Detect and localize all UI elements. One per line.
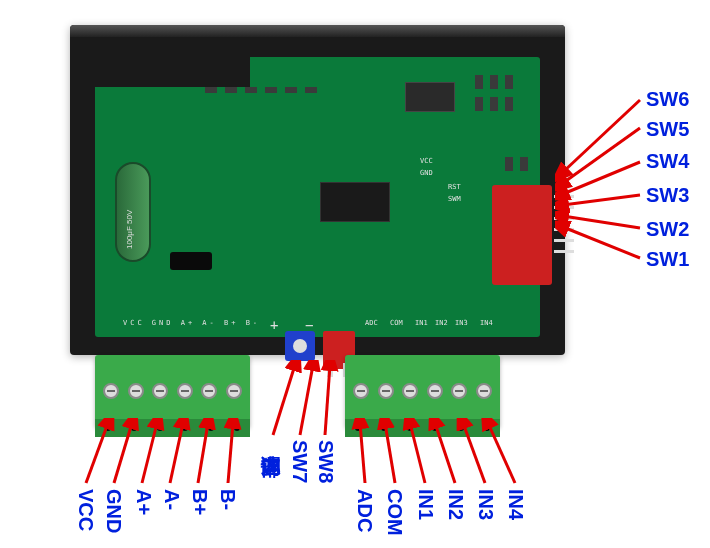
label-b-plus: B+ bbox=[188, 489, 211, 515]
dip-pin bbox=[327, 363, 333, 377]
label-vcc: VCC bbox=[74, 489, 97, 531]
svg-line-6 bbox=[563, 227, 640, 258]
terminal-screw bbox=[152, 383, 168, 399]
smd-component bbox=[505, 97, 513, 111]
label-in1: IN1 bbox=[414, 489, 437, 520]
smd-component bbox=[505, 157, 513, 171]
dip-switch-sw1-6 bbox=[492, 185, 552, 285]
label-a-minus: A- bbox=[160, 489, 183, 510]
label-b-minus: B- bbox=[216, 489, 239, 510]
silk-in3: IN3 bbox=[455, 319, 468, 327]
driver-board: 100μF 50V VCC GND RST SWM + − VCC GND A+… bbox=[70, 25, 565, 355]
label-sw5: SW5 bbox=[646, 118, 689, 141]
silk-rst: RST bbox=[448, 183, 461, 191]
capacitor-rating: 100μF 50V bbox=[125, 210, 134, 249]
driver-ic-array bbox=[95, 57, 250, 87]
terminal-screw bbox=[353, 383, 369, 399]
terminal-screw bbox=[476, 383, 492, 399]
smd-component bbox=[305, 87, 317, 93]
switch-pin bbox=[554, 206, 574, 209]
silk-gnd: GND bbox=[420, 169, 433, 177]
svg-line-14 bbox=[300, 365, 313, 435]
electrolytic-capacitor: 100μF 50V bbox=[115, 162, 151, 262]
smd-component bbox=[285, 87, 297, 93]
silk-swm: SWM bbox=[448, 195, 461, 203]
switch-pin bbox=[554, 217, 574, 220]
terminal-screw bbox=[378, 383, 394, 399]
switch-pin bbox=[554, 250, 574, 253]
label-in2: IN2 bbox=[444, 489, 467, 520]
smd-component bbox=[520, 157, 528, 171]
terminal-screw bbox=[451, 383, 467, 399]
smd-component bbox=[265, 87, 277, 93]
terminal-block-control bbox=[345, 355, 500, 427]
heatsink-edge bbox=[70, 25, 565, 37]
svg-line-5 bbox=[563, 216, 640, 228]
label-sw2: SW2 bbox=[646, 218, 689, 241]
label-com: COM bbox=[383, 489, 406, 536]
svg-line-1 bbox=[563, 100, 640, 172]
smd-component bbox=[245, 87, 257, 93]
smd-component bbox=[205, 87, 217, 93]
label-sw1: SW1 bbox=[646, 248, 689, 271]
terminal-screw bbox=[226, 383, 242, 399]
silk-vcc: VCC bbox=[420, 157, 433, 165]
ic-chip bbox=[405, 82, 455, 112]
switch-pin bbox=[554, 239, 574, 242]
label-sw8: SW8 bbox=[314, 440, 337, 483]
terminal-screw bbox=[103, 383, 119, 399]
smd-component bbox=[490, 97, 498, 111]
label-in3: IN3 bbox=[474, 489, 497, 520]
silk-in2: IN2 bbox=[435, 319, 448, 327]
terminal-screw bbox=[427, 383, 443, 399]
terminal-screw bbox=[402, 383, 418, 399]
silk-com: COM bbox=[390, 319, 403, 327]
label-a-plus: A+ bbox=[132, 489, 155, 515]
switch-pin bbox=[554, 228, 574, 231]
label-sw7: SW7 bbox=[288, 440, 311, 483]
terminal-screw bbox=[128, 383, 144, 399]
pcb: 100μF 50V VCC GND RST SWM + − VCC GND A+… bbox=[95, 57, 540, 337]
svg-line-2 bbox=[563, 128, 640, 183]
silk-in4: IN4 bbox=[480, 319, 493, 327]
label-adc: ADC bbox=[353, 489, 376, 532]
smd-component bbox=[475, 75, 483, 89]
svg-line-4 bbox=[563, 195, 640, 205]
switch-pin bbox=[554, 195, 574, 198]
smd-component bbox=[505, 75, 513, 89]
sense-resistor bbox=[170, 252, 212, 270]
silk-adc: ADC bbox=[365, 319, 378, 327]
smd-component bbox=[490, 75, 498, 89]
label-sw3: SW3 bbox=[646, 184, 689, 207]
silk-in1: IN1 bbox=[415, 319, 428, 327]
terminal-screw bbox=[177, 383, 193, 399]
silk-left-terminals: VCC GND A+ A- B+ B- bbox=[123, 319, 260, 327]
mcu-chip bbox=[320, 182, 390, 222]
label-in4: IN4 bbox=[504, 489, 527, 520]
svg-line-3 bbox=[563, 162, 640, 194]
label-sw4: SW4 bbox=[646, 150, 689, 173]
smd-component bbox=[225, 87, 237, 93]
label-sw6: SW6 bbox=[646, 88, 689, 111]
terminal-screw bbox=[201, 383, 217, 399]
svg-line-13 bbox=[273, 365, 295, 435]
potentiometer bbox=[285, 331, 315, 361]
label-gnd: GND bbox=[102, 489, 125, 533]
terminal-block-power-motor bbox=[95, 355, 250, 427]
smd-component bbox=[475, 97, 483, 111]
silk-plus: + bbox=[270, 317, 278, 333]
